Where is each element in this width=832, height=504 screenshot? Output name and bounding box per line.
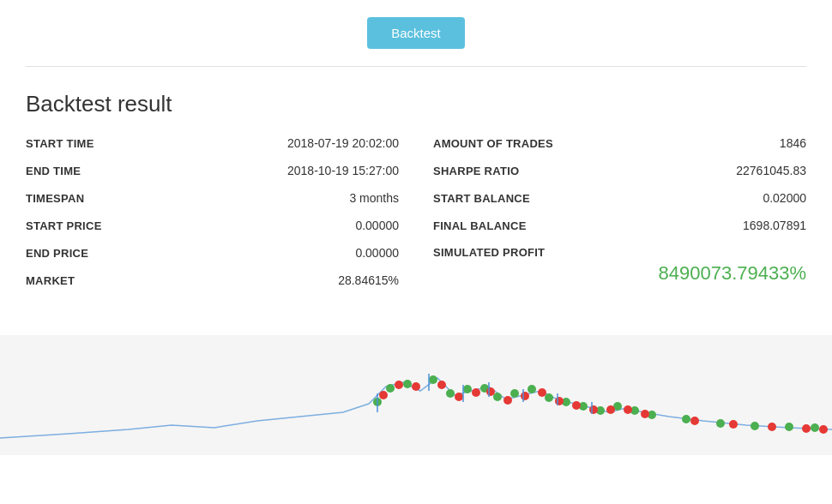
- svg-point-42: [819, 425, 828, 434]
- svg-point-5: [463, 385, 472, 393]
- stat-value: 2018-07-19 20:02:00: [287, 136, 399, 150]
- svg-point-3: [429, 375, 437, 384]
- stat-row: TIMESPAN 3 months: [26, 191, 399, 213]
- svg-point-30: [521, 392, 529, 400]
- stat-row: START PRICE 0.00000: [26, 219, 399, 241]
- svg-point-32: [555, 397, 564, 405]
- stat-label: SHARPE RATIO: [433, 165, 519, 177]
- stat-label: END PRICE: [26, 247, 88, 260]
- svg-point-37: [641, 410, 649, 418]
- stats-grid: START TIME 2018-07-19 20:02:00 END TIME …: [26, 136, 806, 301]
- svg-point-31: [538, 388, 546, 397]
- svg-point-24: [412, 382, 420, 391]
- svg-point-40: [768, 423, 776, 431]
- result-title: Backtest result: [26, 91, 806, 117]
- stat-row: MARKET 28.84615%: [26, 273, 399, 296]
- top-section: Backtest: [0, 0, 832, 66]
- svg-point-17: [682, 415, 690, 423]
- stats-right: AMOUNT OF TRADES 1846 SHARPE RATIO 22761…: [399, 136, 806, 301]
- svg-point-18: [716, 419, 725, 428]
- stat-value: 1698.07891: [743, 219, 806, 232]
- svg-point-27: [472, 388, 480, 397]
- stat-value: 28.84615%: [338, 273, 399, 287]
- svg-point-4: [446, 389, 455, 398]
- result-section: Backtest result START TIME 2018-07-19 20…: [0, 67, 832, 318]
- svg-point-8: [510, 389, 519, 398]
- stat-label: TIMESPAN: [26, 192, 84, 205]
- svg-point-33: [572, 401, 581, 410]
- stat-label: START TIME: [26, 137, 94, 150]
- svg-point-20: [785, 423, 793, 431]
- stat-row: END PRICE 0.00000: [26, 246, 399, 268]
- svg-point-2: [403, 380, 412, 388]
- svg-point-23: [395, 381, 403, 389]
- svg-point-34: [589, 405, 598, 414]
- svg-point-29: [503, 396, 512, 405]
- stat-value: 0.00000: [355, 219, 399, 232]
- stat-row: AMOUNT OF TRADES 1846: [433, 136, 806, 159]
- chart-svg: [0, 335, 832, 455]
- stat-value: 2018-10-19 15:27:00: [287, 164, 399, 177]
- stat-value: 3 months: [349, 191, 399, 205]
- simulated-profit-row: SIMULATED PROFIT 8490073.79433%: [433, 246, 806, 285]
- svg-point-9: [528, 385, 536, 393]
- stat-value: 22761045.83: [736, 164, 806, 177]
- stat-label: MARKET: [26, 274, 75, 287]
- svg-point-38: [690, 417, 699, 425]
- stat-row: START BALANCE 0.02000: [433, 191, 806, 213]
- stat-label: START PRICE: [26, 219, 102, 232]
- svg-point-36: [624, 405, 632, 414]
- stat-value: 0.02000: [763, 191, 806, 205]
- stat-row: END TIME 2018-10-19 15:27:00: [26, 164, 399, 186]
- svg-point-35: [606, 405, 615, 414]
- svg-point-41: [802, 424, 811, 433]
- stat-label: AMOUNT OF TRADES: [433, 137, 553, 150]
- stat-value: 0.00000: [355, 246, 399, 260]
- stat-label: FINAL BALANCE: [433, 219, 527, 232]
- simulated-profit-label: SIMULATED PROFIT: [433, 246, 806, 259]
- svg-point-7: [493, 393, 502, 401]
- stat-label: START BALANCE: [433, 192, 530, 205]
- simulated-profit-value: 8490073.79433%: [433, 262, 806, 285]
- svg-point-26: [455, 393, 463, 401]
- stat-row: START TIME 2018-07-19 20:02:00: [26, 136, 399, 159]
- svg-point-22: [379, 391, 388, 399]
- svg-point-28: [486, 387, 495, 396]
- svg-point-25: [437, 381, 446, 389]
- stats-left: START TIME 2018-07-19 20:02:00 END TIME …: [26, 136, 399, 301]
- chart-section: [0, 335, 832, 455]
- stat-label: END TIME: [26, 165, 81, 177]
- svg-point-21: [811, 423, 819, 432]
- svg-point-39: [729, 420, 738, 429]
- backtest-button[interactable]: Backtest: [367, 17, 465, 49]
- stat-row: FINAL BALANCE 1698.07891: [433, 219, 806, 241]
- stat-value: 1846: [780, 136, 806, 150]
- svg-point-10: [545, 393, 553, 402]
- svg-point-1: [386, 384, 395, 393]
- stat-row: SHARPE RATIO 22761045.83: [433, 164, 806, 186]
- svg-point-19: [751, 422, 759, 430]
